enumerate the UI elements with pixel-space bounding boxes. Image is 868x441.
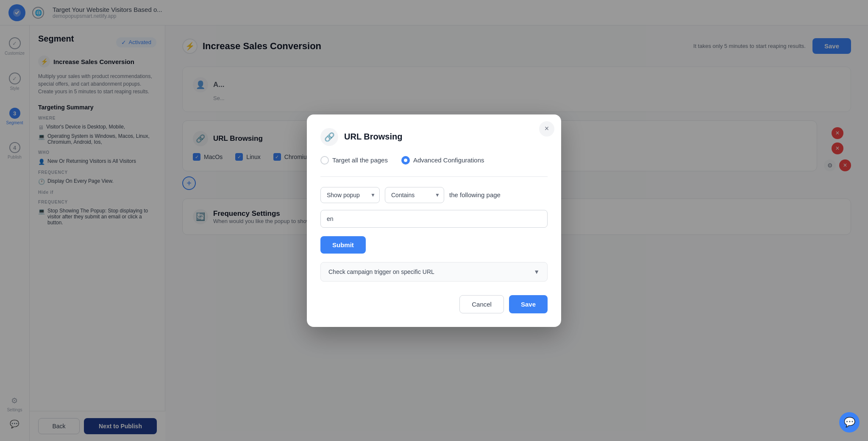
show-popup-wrapper: Show popup Hide popup ▼ xyxy=(320,187,380,203)
modal-header: 🔗 URL Browsing xyxy=(320,128,548,146)
modal-close-button[interactable]: × xyxy=(539,121,554,137)
modal-divider xyxy=(320,176,548,177)
radio-target-all[interactable]: Target all the pages xyxy=(320,156,388,165)
dropdown-chevron-icon: ▼ xyxy=(534,268,540,275)
condition-select[interactable]: Contains Equals Starts with Ends with xyxy=(385,187,444,203)
modal-footer: Cancel Save xyxy=(320,295,548,313)
show-popup-select[interactable]: Show popup Hide popup xyxy=(320,187,380,203)
campaign-trigger-dropdown[interactable]: Check campaign trigger on specific URL ▼ xyxy=(320,262,548,282)
modal-overlay[interactable]: 🔗 URL Browsing × Target all the pages Ad… xyxy=(0,0,868,441)
modal-radio-group: Target all the pages Advanced Configurat… xyxy=(320,156,548,165)
chat-button[interactable]: 💬 xyxy=(839,412,860,433)
contains-wrapper: Contains Equals Starts with Ends with ▼ xyxy=(385,187,444,203)
cancel-button[interactable]: Cancel xyxy=(459,295,504,313)
modal-link-icon: 🔗 xyxy=(320,128,338,146)
radio-label-advanced: Advanced Configurations xyxy=(413,156,484,164)
chat-icon: 💬 xyxy=(844,417,855,428)
modal-title: URL Browsing xyxy=(344,132,402,142)
radio-advanced[interactable]: Advanced Configurations xyxy=(401,156,484,165)
url-browsing-modal: 🔗 URL Browsing × Target all the pages Ad… xyxy=(307,114,561,327)
submit-button[interactable]: Submit xyxy=(320,236,366,254)
radio-circle-all xyxy=(320,156,329,165)
modal-save-button[interactable]: Save xyxy=(509,295,548,313)
radio-circle-advanced xyxy=(401,156,410,165)
radio-label-all: Target all the pages xyxy=(332,156,388,164)
following-page-label: the following page xyxy=(449,191,501,198)
modal-condition-row: Show popup Hide popup ▼ Contains Equals … xyxy=(320,187,548,203)
campaign-trigger-label: Check campaign trigger on specific URL xyxy=(328,268,434,275)
url-input[interactable] xyxy=(320,210,548,228)
